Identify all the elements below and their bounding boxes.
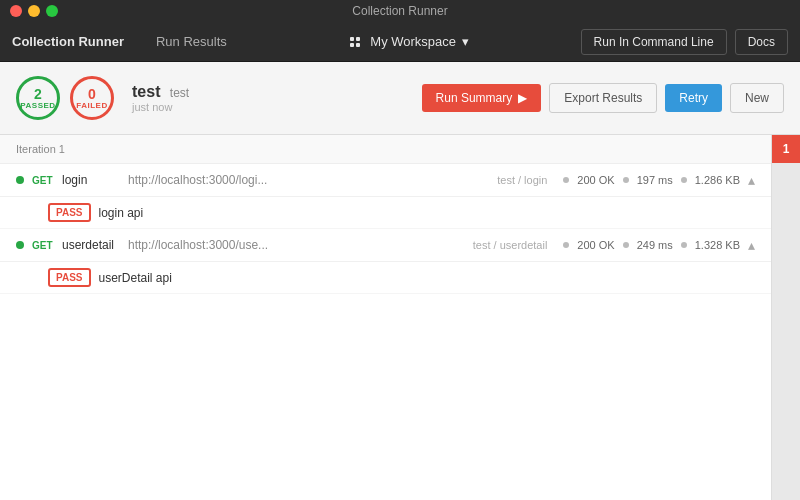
- method-badge: GET: [32, 240, 62, 251]
- nav-bar: Collection Runner Run Results My Workspa…: [0, 22, 800, 62]
- test-row: PASS login api: [0, 197, 771, 229]
- request-collection: test / userdetail: [473, 239, 548, 251]
- nav-right: Run In Command Line Docs: [581, 29, 788, 55]
- request-time: 249 ms: [637, 239, 673, 251]
- test-result-badge: PASS: [48, 203, 91, 222]
- new-button[interactable]: New: [730, 83, 784, 113]
- request-status: 200 OK: [577, 174, 614, 186]
- run-name: test: [170, 86, 189, 100]
- meta-dot: [563, 177, 569, 183]
- iteration-header: Iteration 1: [0, 135, 771, 164]
- title-bar: Collection Runner: [0, 0, 800, 22]
- request-meta: 200 OK 249 ms 1.328 KB: [563, 239, 740, 251]
- run-actions: Run Summary ▶ Export Results Retry New: [422, 83, 784, 113]
- results-main: Iteration 1 GET login http://localhost:3…: [0, 135, 772, 500]
- request-name: userdetail: [62, 238, 122, 252]
- run-summary-label: Run Summary: [436, 91, 513, 105]
- meta-dot: [681, 242, 687, 248]
- meta-dot: [623, 242, 629, 248]
- content-area: 2 PASSED 0 FAILED test test just now Run…: [0, 62, 800, 500]
- sidebar-page-number[interactable]: 1: [772, 135, 800, 163]
- test-name: login api: [99, 206, 144, 220]
- table-row: GET login http://localhost:3000/logi... …: [0, 164, 771, 197]
- workspace-chevron-icon: ▾: [462, 34, 469, 49]
- results-area: Iteration 1 GET login http://localhost:3…: [0, 135, 800, 500]
- failed-count: 0: [88, 87, 96, 101]
- command-line-button[interactable]: Run In Command Line: [581, 29, 727, 55]
- docs-button[interactable]: Docs: [735, 29, 788, 55]
- request-url: http://localhost:3000/logi...: [128, 173, 497, 187]
- results-sidebar: 1: [772, 135, 800, 500]
- request-time: 197 ms: [637, 174, 673, 186]
- workspace-switcher[interactable]: My Workspace ▾: [350, 34, 469, 49]
- expand-icon[interactable]: [748, 237, 755, 253]
- traffic-lights: [10, 5, 58, 17]
- retry-button[interactable]: Retry: [665, 84, 722, 112]
- close-button[interactable]: [10, 5, 22, 17]
- passed-count: 2: [34, 87, 42, 101]
- request-size: 1.286 KB: [695, 174, 740, 186]
- request-status: 200 OK: [577, 239, 614, 251]
- table-row: GET userdetail http://localhost:3000/use…: [0, 229, 771, 262]
- request-size: 1.328 KB: [695, 239, 740, 251]
- status-dot: [16, 241, 24, 249]
- test-result-badge: PASS: [48, 268, 91, 287]
- workspace-grid-icon: [350, 37, 360, 47]
- passed-stat: 2 PASSED: [16, 76, 60, 120]
- run-time: just now: [132, 101, 189, 113]
- passed-label: PASSED: [20, 101, 55, 110]
- expand-icon[interactable]: [748, 172, 755, 188]
- nav-brand: Collection Runner: [12, 34, 124, 49]
- run-info: test test just now: [132, 83, 189, 113]
- test-name: userDetail api: [99, 271, 172, 285]
- request-collection: test / login: [497, 174, 547, 186]
- run-summary-button[interactable]: Run Summary ▶: [422, 84, 542, 112]
- status-dot: [16, 176, 24, 184]
- failed-stat: 0 FAILED: [70, 76, 114, 120]
- request-url: http://localhost:3000/use...: [128, 238, 473, 252]
- nav-item-run-results[interactable]: Run Results: [144, 28, 239, 55]
- meta-dot: [623, 177, 629, 183]
- meta-dot: [681, 177, 687, 183]
- export-results-button[interactable]: Export Results: [549, 83, 657, 113]
- minimize-button[interactable]: [28, 5, 40, 17]
- run-header: 2 PASSED 0 FAILED test test just now Run…: [0, 62, 800, 135]
- test-row: PASS userDetail api: [0, 262, 771, 294]
- meta-dot: [563, 242, 569, 248]
- run-title: test: [132, 83, 160, 100]
- run-summary-arrow-icon: ▶: [518, 91, 527, 105]
- request-meta: 200 OK 197 ms 1.286 KB: [563, 174, 740, 186]
- workspace-label: My Workspace: [370, 34, 456, 49]
- request-name: login: [62, 173, 122, 187]
- window-title: Collection Runner: [352, 4, 447, 18]
- failed-label: FAILED: [76, 101, 107, 110]
- fullscreen-button[interactable]: [46, 5, 58, 17]
- method-badge: GET: [32, 175, 62, 186]
